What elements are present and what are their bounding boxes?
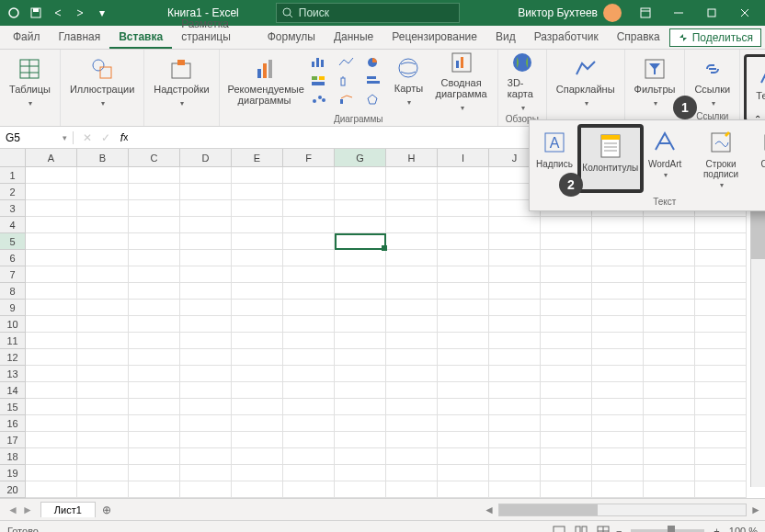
cell[interactable] [129,448,180,465]
cell[interactable] [438,200,489,217]
enter-formula[interactable]: ✓ [97,130,114,146]
cell[interactable] [26,399,77,415]
cell[interactable] [77,167,129,184]
cell[interactable] [386,217,438,233]
cell[interactable] [180,448,232,465]
cell[interactable] [541,333,592,349]
column-chart-button[interactable] [307,54,331,71]
cell[interactable] [644,448,695,465]
redo-icon[interactable] [70,3,90,23]
name-box[interactable]: G5▾ [0,131,74,144]
cell[interactable] [335,448,386,465]
sheet-tab-1[interactable]: Лист1 [40,502,96,517]
cell[interactable] [129,167,180,184]
cell[interactable] [695,349,747,366]
cell[interactable] [592,349,644,366]
illustrations-button[interactable]: Иллюстрации [66,54,138,109]
cell[interactable] [232,481,283,498]
cell[interactable] [283,465,335,481]
cell[interactable] [644,349,695,366]
cell[interactable] [592,250,644,266]
cell[interactable] [180,300,232,316]
cell[interactable] [26,250,77,266]
3d-map-button[interactable]: 3D-карта [504,48,541,114]
cell[interactable] [541,366,592,382]
row-header-9[interactable]: 9 [0,300,26,316]
col-header-I[interactable]: I [438,149,489,167]
cell[interactable] [592,300,644,316]
bar-chart-button[interactable] [362,73,386,89]
cell[interactable] [180,167,232,184]
tab-help[interactable]: Справка [608,27,669,49]
cell[interactable] [644,300,695,316]
cell[interactable] [335,366,386,382]
cell[interactable] [232,465,283,481]
cell[interactable] [489,349,541,366]
cell[interactable] [592,382,644,399]
cell[interactable] [386,200,438,217]
cell[interactable] [77,316,129,333]
sparklines-button[interactable]: Спарклайны [553,54,619,109]
cell[interactable] [129,184,180,200]
wordart-button[interactable]: WordArt [645,124,685,193]
cell[interactable] [644,399,695,415]
cell[interactable] [438,217,489,233]
cell[interactable] [438,349,489,366]
cell[interactable] [695,415,747,432]
cell[interactable] [232,266,283,283]
cell[interactable] [489,283,541,300]
cell[interactable] [489,432,541,448]
tab-review[interactable]: Рецензирование [382,27,486,49]
select-all-corner[interactable] [0,149,26,167]
minimize-button[interactable] [662,0,695,26]
cell[interactable] [644,217,695,233]
cell[interactable] [489,266,541,283]
row-header-6[interactable]: 6 [0,250,26,266]
cell[interactable] [386,283,438,300]
sheet-nav-prev[interactable]: ◄ [7,504,18,516]
cell[interactable] [77,349,129,366]
cell[interactable] [129,300,180,316]
cell[interactable] [232,415,283,432]
cell[interactable] [541,283,592,300]
cell[interactable] [283,415,335,432]
row-header-11[interactable]: 11 [0,333,26,349]
qat-customize[interactable]: ▾ [92,3,112,23]
cell[interactable] [232,233,283,250]
cell[interactable] [489,399,541,415]
autosave-toggle[interactable] [4,3,24,23]
tab-view[interactable]: Вид [486,27,525,49]
sheet-nav-next[interactable]: ► [22,504,33,516]
row-header-13[interactable]: 13 [0,366,26,382]
cell[interactable] [489,233,541,250]
cell[interactable] [386,316,438,333]
cell[interactable] [283,399,335,415]
cell[interactable] [180,266,232,283]
cell[interactable] [541,300,592,316]
horizontal-scrollbar[interactable]: ◄ ► [480,503,765,517]
cell[interactable] [77,283,129,300]
pivot-chart-button[interactable]: Сводная диаграмма [430,48,491,114]
cell[interactable] [129,399,180,415]
cell[interactable] [283,266,335,283]
cell[interactable] [26,217,77,233]
cell[interactable] [232,283,283,300]
cell[interactable] [129,481,180,498]
maps-button[interactable]: Карты [390,53,427,108]
tab-data[interactable]: Данные [325,27,382,49]
cell[interactable] [180,481,232,498]
cell[interactable] [26,300,77,316]
cell[interactable] [77,399,129,415]
cell[interactable] [77,250,129,266]
cell[interactable] [283,481,335,498]
cell[interactable] [695,300,747,316]
cell[interactable] [541,415,592,432]
cell[interactable] [386,481,438,498]
cell[interactable] [180,283,232,300]
col-header-D[interactable]: D [180,149,232,167]
cell[interactable] [335,167,386,184]
cell[interactable] [438,266,489,283]
row-header-15[interactable]: 15 [0,399,26,415]
cell[interactable] [644,465,695,481]
cell[interactable] [335,250,386,266]
